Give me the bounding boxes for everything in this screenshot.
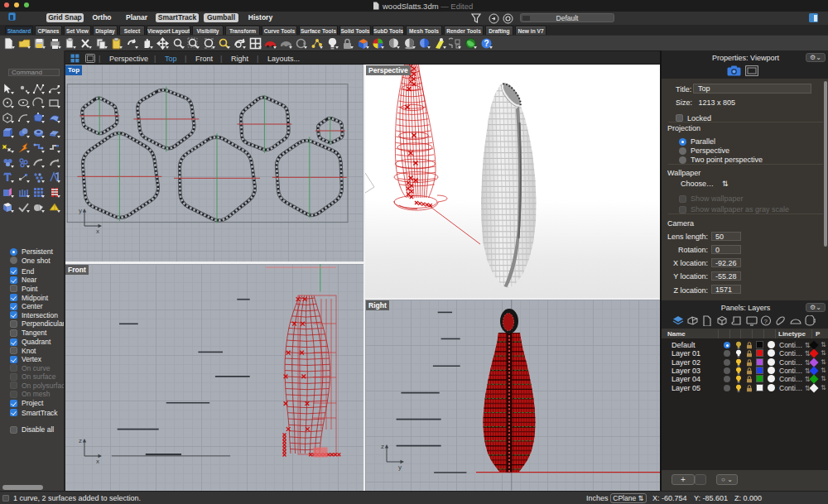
svg-text:y: y bbox=[79, 207, 82, 214]
svg-text:z: z bbox=[79, 437, 82, 444]
svg-text:x: x bbox=[96, 228, 99, 235]
svg-text:?: ? bbox=[764, 318, 768, 325]
svg-text:y: y bbox=[398, 463, 402, 471]
svg-text:?: ? bbox=[484, 39, 489, 48]
svg-text:x: x bbox=[96, 458, 99, 465]
svg-text:z: z bbox=[381, 443, 384, 450]
